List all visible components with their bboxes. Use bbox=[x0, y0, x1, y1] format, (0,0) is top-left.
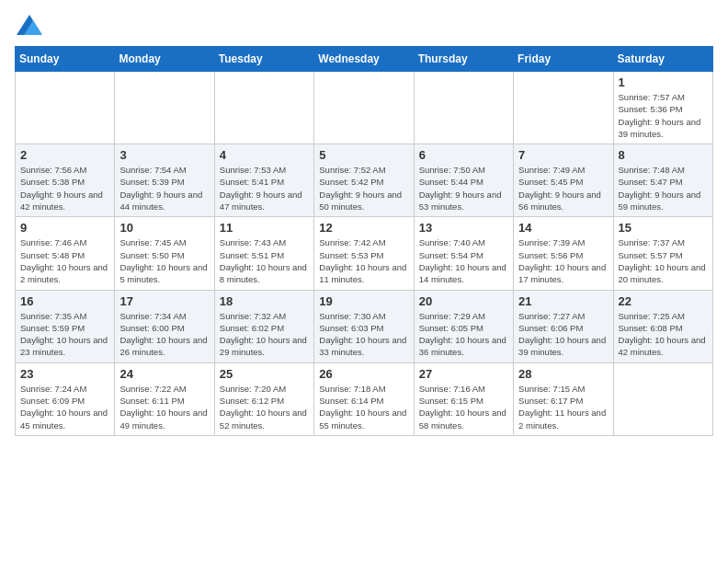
calendar-cell: 4Sunrise: 7:53 AM Sunset: 5:41 PM Daylig… bbox=[214, 144, 313, 217]
day-number: 15 bbox=[619, 221, 708, 235]
day-number: 7 bbox=[518, 148, 608, 162]
calendar-cell: 7Sunrise: 7:49 AM Sunset: 5:45 PM Daylig… bbox=[514, 144, 613, 217]
calendar-cell: 5Sunrise: 7:52 AM Sunset: 5:42 PM Daylig… bbox=[314, 144, 414, 217]
calendar-cell: 25Sunrise: 7:20 AM Sunset: 6:12 PM Dayli… bbox=[214, 362, 313, 435]
day-info: Sunrise: 7:35 AM Sunset: 5:59 PM Dayligh… bbox=[20, 310, 109, 359]
day-info: Sunrise: 7:18 AM Sunset: 6:14 PM Dayligh… bbox=[319, 383, 408, 431]
day-info: Sunrise: 7:50 AM Sunset: 5:44 PM Dayligh… bbox=[419, 164, 508, 213]
calendar-cell: 23Sunrise: 7:24 AM Sunset: 6:09 PM Dayli… bbox=[16, 362, 115, 435]
day-number: 10 bbox=[119, 221, 209, 235]
day-info: Sunrise: 7:42 AM Sunset: 5:53 PM Dayligh… bbox=[319, 236, 408, 285]
calendar-cell: 19Sunrise: 7:30 AM Sunset: 6:03 PM Dayli… bbox=[314, 290, 414, 362]
calendar-cell: 18Sunrise: 7:32 AM Sunset: 6:02 PM Dayli… bbox=[214, 290, 313, 362]
day-number: 13 bbox=[419, 221, 508, 235]
day-number: 4 bbox=[220, 148, 309, 162]
day-info: Sunrise: 7:24 AM Sunset: 6:09 PM Dayligh… bbox=[20, 383, 109, 431]
day-info: Sunrise: 7:25 AM Sunset: 6:08 PM Dayligh… bbox=[619, 310, 708, 359]
day-info: Sunrise: 7:52 AM Sunset: 5:42 PM Dayligh… bbox=[319, 164, 408, 213]
calendar-cell bbox=[613, 362, 712, 435]
week-row-5: 23Sunrise: 7:24 AM Sunset: 6:09 PM Dayli… bbox=[16, 362, 713, 435]
day-number: 19 bbox=[319, 294, 408, 308]
week-row-3: 9Sunrise: 7:46 AM Sunset: 5:48 PM Daylig… bbox=[16, 217, 713, 290]
day-number: 12 bbox=[319, 221, 408, 235]
weekday-header-wednesday: Wednesday bbox=[314, 47, 414, 72]
day-info: Sunrise: 7:49 AM Sunset: 5:45 PM Dayligh… bbox=[518, 164, 608, 213]
day-info: Sunrise: 7:40 AM Sunset: 5:54 PM Dayligh… bbox=[419, 236, 508, 285]
day-info: Sunrise: 7:32 AM Sunset: 6:02 PM Dayligh… bbox=[220, 310, 309, 359]
day-info: Sunrise: 7:16 AM Sunset: 6:15 PM Dayligh… bbox=[419, 383, 508, 431]
weekday-header-monday: Monday bbox=[115, 47, 214, 72]
calendar-cell: 20Sunrise: 7:29 AM Sunset: 6:05 PM Dayli… bbox=[414, 290, 513, 362]
day-number: 26 bbox=[319, 367, 408, 381]
day-info: Sunrise: 7:29 AM Sunset: 6:05 PM Dayligh… bbox=[419, 310, 508, 359]
day-number: 16 bbox=[20, 294, 109, 308]
calendar-cell bbox=[16, 72, 115, 144]
logo-icon bbox=[17, 15, 42, 35]
day-info: Sunrise: 7:15 AM Sunset: 6:17 PM Dayligh… bbox=[518, 383, 608, 431]
day-info: Sunrise: 7:54 AM Sunset: 5:39 PM Dayligh… bbox=[119, 164, 209, 213]
calendar-cell bbox=[414, 72, 513, 144]
calendar: SundayMondayTuesdayWednesdayThursdayFrid… bbox=[15, 46, 713, 436]
week-row-1: 1Sunrise: 7:57 AM Sunset: 5:36 PM Daylig… bbox=[16, 72, 713, 144]
day-info: Sunrise: 7:37 AM Sunset: 5:57 PM Dayligh… bbox=[619, 236, 708, 285]
day-info: Sunrise: 7:20 AM Sunset: 6:12 PM Dayligh… bbox=[220, 383, 309, 431]
calendar-cell: 3Sunrise: 7:54 AM Sunset: 5:39 PM Daylig… bbox=[115, 144, 214, 217]
calendar-cell: 21Sunrise: 7:27 AM Sunset: 6:06 PM Dayli… bbox=[514, 290, 613, 362]
day-info: Sunrise: 7:46 AM Sunset: 5:48 PM Dayligh… bbox=[20, 236, 109, 285]
day-number: 28 bbox=[518, 367, 608, 381]
day-info: Sunrise: 7:48 AM Sunset: 5:47 PM Dayligh… bbox=[619, 164, 708, 213]
calendar-cell: 28Sunrise: 7:15 AM Sunset: 6:17 PM Dayli… bbox=[514, 362, 613, 435]
calendar-cell: 6Sunrise: 7:50 AM Sunset: 5:44 PM Daylig… bbox=[414, 144, 513, 217]
day-number: 22 bbox=[619, 294, 708, 308]
day-number: 20 bbox=[419, 294, 508, 308]
day-info: Sunrise: 7:34 AM Sunset: 6:00 PM Dayligh… bbox=[119, 310, 209, 359]
calendar-cell bbox=[214, 72, 313, 144]
day-number: 1 bbox=[619, 75, 708, 89]
calendar-cell: 1Sunrise: 7:57 AM Sunset: 5:36 PM Daylig… bbox=[613, 72, 712, 144]
calendar-cell: 22Sunrise: 7:25 AM Sunset: 6:08 PM Dayli… bbox=[613, 290, 712, 362]
day-number: 21 bbox=[518, 294, 608, 308]
week-row-4: 16Sunrise: 7:35 AM Sunset: 5:59 PM Dayli… bbox=[16, 290, 713, 362]
day-number: 25 bbox=[220, 367, 309, 381]
logo bbox=[15, 15, 42, 35]
day-info: Sunrise: 7:53 AM Sunset: 5:41 PM Dayligh… bbox=[220, 164, 309, 213]
day-number: 27 bbox=[419, 367, 508, 381]
calendar-cell: 17Sunrise: 7:34 AM Sunset: 6:00 PM Dayli… bbox=[115, 290, 214, 362]
day-info: Sunrise: 7:39 AM Sunset: 5:56 PM Dayligh… bbox=[518, 236, 608, 285]
calendar-cell: 2Sunrise: 7:56 AM Sunset: 5:38 PM Daylig… bbox=[16, 144, 115, 217]
calendar-cell: 26Sunrise: 7:18 AM Sunset: 6:14 PM Dayli… bbox=[314, 362, 414, 435]
day-number: 17 bbox=[119, 294, 209, 308]
calendar-cell: 8Sunrise: 7:48 AM Sunset: 5:47 PM Daylig… bbox=[613, 144, 712, 217]
day-number: 24 bbox=[119, 367, 209, 381]
day-number: 14 bbox=[518, 221, 608, 235]
calendar-cell: 12Sunrise: 7:42 AM Sunset: 5:53 PM Dayli… bbox=[314, 217, 414, 290]
day-number: 9 bbox=[20, 221, 109, 235]
day-number: 18 bbox=[220, 294, 309, 308]
calendar-cell: 13Sunrise: 7:40 AM Sunset: 5:54 PM Dayli… bbox=[414, 217, 513, 290]
weekday-header-thursday: Thursday bbox=[414, 47, 513, 72]
day-number: 11 bbox=[220, 221, 309, 235]
calendar-cell: 15Sunrise: 7:37 AM Sunset: 5:57 PM Dayli… bbox=[613, 217, 712, 290]
day-info: Sunrise: 7:57 AM Sunset: 5:36 PM Dayligh… bbox=[619, 91, 708, 140]
calendar-cell: 14Sunrise: 7:39 AM Sunset: 5:56 PM Dayli… bbox=[514, 217, 613, 290]
day-info: Sunrise: 7:56 AM Sunset: 5:38 PM Dayligh… bbox=[20, 164, 109, 213]
weekday-header-sunday: Sunday bbox=[16, 47, 115, 72]
day-number: 6 bbox=[419, 148, 508, 162]
day-info: Sunrise: 7:27 AM Sunset: 6:06 PM Dayligh… bbox=[518, 310, 608, 359]
calendar-cell: 27Sunrise: 7:16 AM Sunset: 6:15 PM Dayli… bbox=[414, 362, 513, 435]
day-number: 23 bbox=[20, 367, 109, 381]
weekday-header-saturday: Saturday bbox=[613, 47, 712, 72]
calendar-cell bbox=[514, 72, 613, 144]
calendar-cell: 9Sunrise: 7:46 AM Sunset: 5:48 PM Daylig… bbox=[16, 217, 115, 290]
day-info: Sunrise: 7:43 AM Sunset: 5:51 PM Dayligh… bbox=[220, 236, 309, 285]
calendar-cell: 16Sunrise: 7:35 AM Sunset: 5:59 PM Dayli… bbox=[16, 290, 115, 362]
day-info: Sunrise: 7:22 AM Sunset: 6:11 PM Dayligh… bbox=[119, 383, 209, 431]
day-number: 2 bbox=[20, 148, 109, 162]
week-row-2: 2Sunrise: 7:56 AM Sunset: 5:38 PM Daylig… bbox=[16, 144, 713, 217]
calendar-cell bbox=[314, 72, 414, 144]
calendar-cell bbox=[115, 72, 214, 144]
day-number: 8 bbox=[619, 148, 708, 162]
day-number: 5 bbox=[319, 148, 408, 162]
day-info: Sunrise: 7:30 AM Sunset: 6:03 PM Dayligh… bbox=[319, 310, 408, 359]
weekday-header-friday: Friday bbox=[514, 47, 613, 72]
